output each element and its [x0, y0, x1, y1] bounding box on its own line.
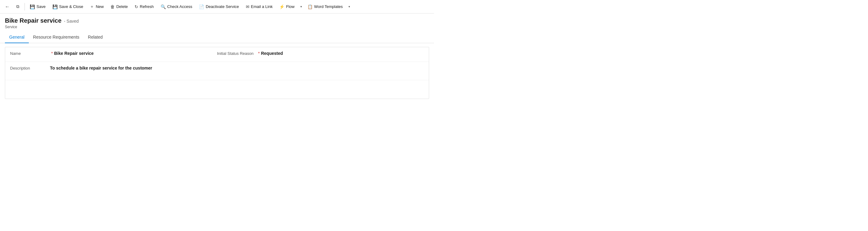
new-button[interactable]: ＋ New: [87, 2, 107, 11]
save-icon: 💾: [30, 4, 35, 9]
initial-status-required: *: [258, 51, 259, 56]
tab-resource-requirements-label: Resource Requirements: [33, 35, 80, 39]
save-close-button[interactable]: 💾 Save & Close: [49, 2, 87, 11]
tab-related-label: Related: [88, 35, 103, 39]
flow-chevron-icon: ▾: [300, 5, 302, 8]
form-row-name: Name * Bike Repair service Initial Statu…: [5, 47, 429, 62]
description-value: To schedule a bike repair service for th…: [50, 66, 152, 70]
word-templates-button[interactable]: 📋 Word Templates: [304, 2, 346, 11]
deactivate-button[interactable]: 📄 Deactivate Service: [196, 2, 242, 11]
word-templates-group: 📋 Word Templates ▾: [304, 2, 352, 11]
refresh-button[interactable]: ↻ Refresh: [131, 2, 157, 11]
delete-icon: 🗑: [110, 4, 115, 9]
delete-button[interactable]: 🗑 Delete: [107, 2, 131, 11]
popup-icon: ⧉: [16, 4, 19, 9]
email-link-icon: ✉: [246, 4, 249, 9]
check-access-icon: 🔍: [161, 4, 166, 9]
flow-icon: ⚡: [279, 4, 284, 9]
separator-1: [25, 3, 25, 10]
back-icon: ←: [5, 4, 10, 9]
page-title: Bike Repair service: [5, 17, 62, 24]
new-label: New: [96, 4, 103, 9]
word-templates-icon: 📋: [307, 4, 313, 9]
save-close-icon: 💾: [53, 4, 58, 9]
name-value: Bike Repair service: [54, 51, 93, 56]
flow-chevron-button[interactable]: ▾: [298, 3, 304, 10]
new-icon: ＋: [90, 4, 94, 9]
form-row-description: Description To schedule a bike repair se…: [5, 62, 429, 80]
form-field-name: Name * Bike Repair service: [10, 51, 217, 56]
deactivate-icon: 📄: [199, 4, 204, 9]
toolbar: ← ⧉ 💾 Save 💾 Save & Close ＋ New 🗑 Delete…: [0, 0, 434, 13]
word-templates-chevron-icon: ▾: [348, 5, 350, 8]
name-label: Name: [10, 51, 50, 56]
refresh-label: Refresh: [140, 4, 154, 9]
form-section: Name * Bike Repair service Initial Statu…: [5, 47, 429, 99]
deactivate-label: Deactivate Service: [206, 4, 239, 9]
save-close-label: Save & Close: [59, 4, 83, 9]
email-link-button[interactable]: ✉ Email a Link: [243, 2, 276, 11]
form-field-initial-status: Initial Status Reason * Requested: [217, 51, 424, 56]
description-label: Description: [10, 66, 50, 70]
popup-button[interactable]: ⧉: [13, 2, 23, 12]
form-field-description: Description To schedule a bike repair se…: [10, 66, 424, 70]
flow-label: Flow: [286, 4, 294, 9]
name-required: *: [51, 51, 53, 56]
initial-status-value: Requested: [261, 51, 283, 56]
delete-label: Delete: [116, 4, 128, 9]
word-templates-label: Word Templates: [314, 4, 343, 9]
save-label: Save: [36, 4, 46, 9]
back-button[interactable]: ←: [2, 2, 12, 12]
check-access-button[interactable]: 🔍 Check Access: [158, 2, 195, 11]
tab-related[interactable]: Related: [84, 32, 107, 43]
page-title-row: Bike Repair service - Saved: [5, 17, 429, 24]
page-subtitle: Service: [5, 25, 429, 29]
save-button[interactable]: 💾 Save: [27, 2, 49, 11]
tab-general[interactable]: General: [5, 32, 29, 43]
tab-general-label: General: [9, 35, 25, 39]
refresh-icon: ↻: [134, 4, 138, 9]
form-row-empty: [5, 80, 429, 99]
tabs: General Resource Requirements Related: [0, 32, 434, 43]
check-access-label: Check Access: [167, 4, 192, 9]
flow-button[interactable]: ⚡ Flow: [276, 2, 297, 11]
initial-status-label: Initial Status Reason: [217, 51, 257, 56]
flow-group: ⚡ Flow ▾: [276, 2, 304, 11]
page-saved-status: - Saved: [64, 19, 79, 24]
word-templates-chevron-button[interactable]: ▾: [346, 3, 352, 10]
page-header: Bike Repair service - Saved Service: [0, 13, 434, 29]
email-link-label: Email a Link: [251, 4, 273, 9]
tab-resource-requirements[interactable]: Resource Requirements: [29, 32, 84, 43]
